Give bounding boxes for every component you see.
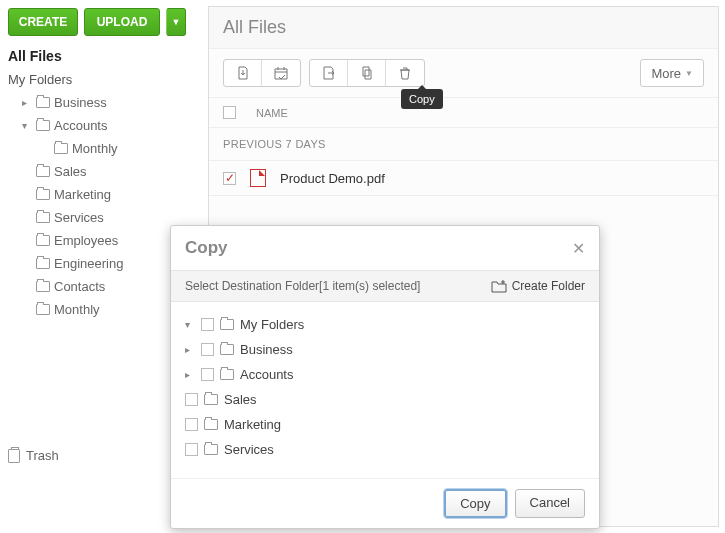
top-buttons: CREATE UPLOAD ▼ [8, 8, 192, 36]
destination-label: Select Destination Folder[1 item(s) sele… [185, 279, 420, 293]
tree-item-employees[interactable]: Employees [8, 229, 192, 252]
tree-item-sales[interactable]: Sales [8, 160, 192, 183]
create-folder-button[interactable]: Create Folder [491, 279, 585, 293]
tree-item-marketing[interactable]: Marketing [8, 183, 192, 206]
folder-icon [36, 304, 50, 315]
expand-icon[interactable]: ▸ [22, 97, 32, 108]
calendar-icon [273, 65, 289, 81]
tree-label: Contacts [54, 279, 105, 294]
file-checkbox[interactable] [223, 172, 236, 185]
column-header: NAME [209, 97, 718, 128]
trash-icon [8, 449, 20, 463]
trash-label: Trash [26, 448, 59, 463]
upload-dropdown-button[interactable]: ▼ [166, 8, 186, 36]
toolbar: More ▼ Copy [209, 49, 718, 97]
tree-label: Services [54, 210, 104, 225]
folder-icon [204, 394, 218, 405]
tree-label: Marketing [54, 187, 111, 202]
tree-item-business[interactable]: ▸Business [8, 91, 192, 114]
more-label: More [651, 66, 681, 81]
folder-icon [54, 143, 68, 154]
cancel-button[interactable]: Cancel [515, 489, 585, 518]
folder-icon [36, 120, 50, 131]
tree-label: Monthly [72, 141, 118, 156]
copy-button[interactable] [348, 60, 386, 86]
folder-checkbox[interactable] [185, 393, 198, 406]
dest-label: My Folders [240, 317, 304, 332]
download-button[interactable] [224, 60, 262, 86]
tree-item-services[interactable]: Services [8, 206, 192, 229]
tree-item-monthly[interactable]: Monthly [8, 137, 192, 160]
chevron-down-icon: ▼ [685, 69, 693, 78]
main-header: All Files [209, 7, 718, 49]
create-button[interactable]: CREATE [8, 8, 78, 36]
expand-icon[interactable]: ▸ [185, 344, 195, 355]
tree-label: Business [54, 95, 107, 110]
folder-checkbox[interactable] [201, 318, 214, 331]
folder-checkbox[interactable] [185, 418, 198, 431]
dest-my-folders[interactable]: ▾My Folders [185, 312, 585, 337]
upload-button[interactable]: UPLOAD [84, 8, 160, 36]
dest-label: Sales [224, 392, 257, 407]
copy-tooltip: Copy [401, 89, 443, 109]
tree-item-engineering[interactable]: Engineering [8, 252, 192, 275]
dialog-body: ▾My Folders ▸Business ▸Accounts Sales Ma… [171, 302, 599, 478]
collapse-icon[interactable]: ▾ [185, 319, 195, 330]
dest-sales[interactable]: Sales [185, 387, 585, 412]
folder-checkbox[interactable] [185, 443, 198, 456]
close-button[interactable]: ✕ [572, 239, 585, 258]
export-button[interactable] [310, 60, 348, 86]
destination-tree: ▾My Folders ▸Business ▸Accounts Sales Ma… [185, 312, 585, 462]
pdf-icon [250, 169, 266, 187]
expand-icon[interactable]: ▸ [185, 369, 195, 380]
dialog-header: Copy ✕ [171, 226, 599, 270]
folder-checkbox[interactable] [201, 343, 214, 356]
new-folder-icon [491, 279, 507, 293]
folder-icon [220, 369, 234, 380]
all-files-heading[interactable]: All Files [8, 48, 192, 64]
delete-button[interactable] [386, 60, 424, 86]
folder-icon [36, 258, 50, 269]
select-all-checkbox[interactable] [223, 106, 236, 119]
download-icon [235, 65, 251, 81]
chevron-down-icon: ▼ [172, 17, 181, 27]
my-folders-label[interactable]: My Folders [8, 72, 192, 87]
tree-item-monthly2[interactable]: Monthly [8, 298, 192, 321]
tree-label: Sales [54, 164, 87, 179]
toolbar-group-1 [223, 59, 301, 87]
tree-label: Accounts [54, 118, 107, 133]
tree-label: Engineering [54, 256, 123, 271]
copy-confirm-button[interactable]: Copy [444, 489, 506, 518]
copy-dialog: Copy ✕ Select Destination Folder[1 item(… [170, 225, 600, 529]
trash-icon [397, 65, 413, 81]
more-button[interactable]: More ▼ [640, 59, 704, 87]
page-title: All Files [223, 17, 704, 38]
collapse-icon[interactable]: ▾ [22, 120, 32, 131]
name-column[interactable]: NAME [256, 107, 288, 119]
dest-accounts[interactable]: ▸Accounts [185, 362, 585, 387]
section-previous-7-days: PREVIOUS 7 DAYS [209, 128, 718, 160]
folder-icon [204, 444, 218, 455]
folder-icon [204, 419, 218, 430]
tree-item-accounts[interactable]: ▾Accounts [8, 114, 192, 137]
folder-icon [36, 281, 50, 292]
folder-icon [220, 344, 234, 355]
folder-icon [36, 97, 50, 108]
dest-label: Business [240, 342, 293, 357]
dest-marketing[interactable]: Marketing [185, 412, 585, 437]
file-row[interactable]: Product Demo.pdf [209, 160, 718, 196]
folder-icon [36, 166, 50, 177]
copy-icon [359, 65, 375, 81]
dialog-subheader: Select Destination Folder[1 item(s) sele… [171, 270, 599, 302]
folder-checkbox[interactable] [201, 368, 214, 381]
dest-business[interactable]: ▸Business [185, 337, 585, 362]
schedule-button[interactable] [262, 60, 300, 86]
folder-icon [36, 212, 50, 223]
trash-link[interactable]: Trash [8, 448, 59, 463]
folder-tree: ▸Business ▾Accounts Monthly Sales Market… [8, 91, 192, 321]
tree-item-contacts[interactable]: Contacts [8, 275, 192, 298]
export-icon [321, 65, 337, 81]
dest-services[interactable]: Services [185, 437, 585, 462]
toolbar-group-2 [309, 59, 425, 87]
folder-icon [220, 319, 234, 330]
